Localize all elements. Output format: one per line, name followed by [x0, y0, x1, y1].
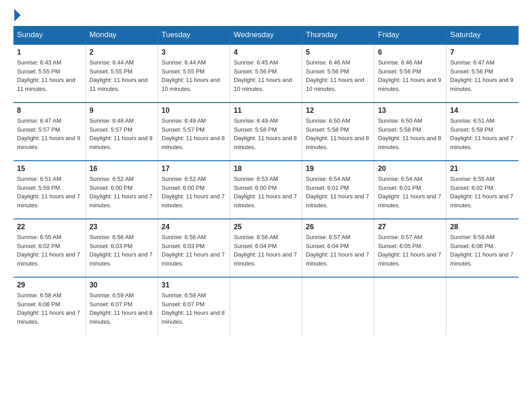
day-number: 12	[306, 107, 370, 115]
weekday-header-thursday: Thursday	[302, 26, 374, 44]
calendar-week-row: 1 Sunrise: 6:43 AMSunset: 5:55 PMDayligh…	[13, 44, 519, 103]
day-number: 16	[90, 165, 154, 173]
calendar-day-cell: 22 Sunrise: 6:55 AMSunset: 6:02 PMDaylig…	[13, 219, 86, 277]
calendar-day-cell: 6 Sunrise: 6:46 AMSunset: 5:56 PMDayligh…	[374, 44, 446, 103]
calendar-day-cell: 1 Sunrise: 6:43 AMSunset: 5:55 PMDayligh…	[13, 44, 86, 103]
day-number: 8	[17, 107, 82, 115]
day-info: Sunrise: 6:53 AMSunset: 6:00 PMDaylight:…	[234, 176, 297, 209]
calendar-day-cell	[374, 277, 446, 335]
day-info: Sunrise: 6:45 AMSunset: 5:56 PMDaylight:…	[234, 59, 292, 92]
calendar-day-cell: 8 Sunrise: 6:47 AMSunset: 5:57 PMDayligh…	[13, 103, 86, 161]
calendar-day-cell: 16 Sunrise: 6:52 AMSunset: 6:00 PMDaylig…	[86, 161, 158, 219]
day-number: 15	[17, 165, 82, 173]
weekday-header-wednesday: Wednesday	[230, 26, 302, 44]
day-number: 7	[450, 48, 515, 56]
calendar-week-row: 8 Sunrise: 6:47 AMSunset: 5:57 PMDayligh…	[13, 103, 519, 161]
day-number: 1	[17, 48, 82, 56]
calendar-day-cell: 23 Sunrise: 6:56 AMSunset: 6:03 PMDaylig…	[86, 219, 158, 277]
day-number: 3	[162, 48, 226, 56]
weekday-header-sunday: Sunday	[13, 26, 86, 44]
day-number: 4	[234, 48, 298, 56]
day-info: Sunrise: 6:56 AMSunset: 6:04 PMDaylight:…	[234, 234, 297, 267]
day-number: 31	[162, 281, 226, 289]
day-number: 2	[90, 48, 154, 56]
day-info: Sunrise: 6:44 AMSunset: 5:55 PMDaylight:…	[90, 59, 148, 92]
calendar-day-cell: 21 Sunrise: 6:55 AMSunset: 6:02 PMDaylig…	[446, 161, 519, 219]
day-info: Sunrise: 6:43 AMSunset: 5:55 PMDaylight:…	[17, 59, 75, 92]
day-info: Sunrise: 6:46 AMSunset: 5:56 PMDaylight:…	[306, 59, 364, 92]
day-info: Sunrise: 6:49 AMSunset: 5:58 PMDaylight:…	[234, 117, 297, 150]
day-number: 19	[306, 165, 370, 173]
day-number: 5	[306, 48, 370, 56]
day-info: Sunrise: 6:57 AMSunset: 6:04 PMDaylight:…	[306, 234, 369, 267]
weekday-header-tuesday: Tuesday	[158, 26, 230, 44]
day-info: Sunrise: 6:56 AMSunset: 6:03 PMDaylight:…	[162, 234, 225, 267]
day-info: Sunrise: 6:51 AMSunset: 5:59 PMDaylight:…	[450, 117, 513, 150]
calendar-day-cell: 10 Sunrise: 6:49 AMSunset: 5:57 PMDaylig…	[158, 103, 230, 161]
calendar-day-cell: 11 Sunrise: 6:49 AMSunset: 5:58 PMDaylig…	[230, 103, 302, 161]
day-info: Sunrise: 6:46 AMSunset: 5:56 PMDaylight:…	[378, 59, 441, 92]
day-number: 25	[234, 223, 298, 231]
calendar-week-row: 22 Sunrise: 6:55 AMSunset: 6:02 PMDaylig…	[13, 219, 519, 277]
day-number: 24	[162, 223, 226, 231]
weekday-header-monday: Monday	[86, 26, 158, 44]
day-info: Sunrise: 6:56 AMSunset: 6:03 PMDaylight:…	[90, 234, 153, 267]
calendar-day-cell	[230, 277, 302, 335]
day-number: 17	[162, 165, 226, 173]
day-info: Sunrise: 6:50 AMSunset: 5:58 PMDaylight:…	[306, 117, 369, 150]
day-number: 29	[17, 281, 82, 289]
day-number: 23	[90, 223, 154, 231]
day-number: 21	[450, 165, 515, 173]
weekday-header-friday: Friday	[374, 26, 446, 44]
day-info: Sunrise: 6:47 AMSunset: 5:57 PMDaylight:…	[17, 117, 80, 150]
day-info: Sunrise: 6:47 AMSunset: 5:56 PMDaylight:…	[450, 59, 513, 92]
calendar-day-cell: 26 Sunrise: 6:57 AMSunset: 6:04 PMDaylig…	[302, 219, 374, 277]
day-info: Sunrise: 6:55 AMSunset: 6:02 PMDaylight:…	[450, 176, 513, 209]
day-number: 27	[378, 223, 442, 231]
day-info: Sunrise: 6:57 AMSunset: 6:05 PMDaylight:…	[378, 234, 441, 267]
day-info: Sunrise: 6:58 AMSunset: 6:06 PMDaylight:…	[17, 292, 80, 325]
day-number: 22	[17, 223, 82, 231]
calendar-day-cell: 9 Sunrise: 6:48 AMSunset: 5:57 PMDayligh…	[86, 103, 158, 161]
calendar-day-cell	[446, 277, 519, 335]
calendar-day-cell: 5 Sunrise: 6:46 AMSunset: 5:56 PMDayligh…	[302, 44, 374, 103]
day-number: 6	[378, 48, 442, 56]
day-info: Sunrise: 6:44 AMSunset: 5:55 PMDaylight:…	[162, 59, 220, 92]
weekday-header-row: SundayMondayTuesdayWednesdayThursdayFrid…	[13, 26, 519, 44]
page-header	[13, 9, 519, 21]
day-info: Sunrise: 6:54 AMSunset: 6:01 PMDaylight:…	[378, 176, 441, 209]
calendar-day-cell: 15 Sunrise: 6:51 AMSunset: 5:59 PMDaylig…	[13, 161, 86, 219]
calendar-day-cell: 24 Sunrise: 6:56 AMSunset: 6:03 PMDaylig…	[158, 219, 230, 277]
logo-arrow-icon	[14, 9, 21, 21]
day-number: 13	[378, 107, 442, 115]
day-info: Sunrise: 6:48 AMSunset: 5:57 PMDaylight:…	[90, 117, 153, 150]
calendar-day-cell	[302, 277, 374, 335]
day-number: 18	[234, 165, 298, 173]
calendar-day-cell: 4 Sunrise: 6:45 AMSunset: 5:56 PMDayligh…	[230, 44, 302, 103]
calendar-week-row: 29 Sunrise: 6:58 AMSunset: 6:06 PMDaylig…	[13, 277, 519, 335]
calendar-table: SundayMondayTuesdayWednesdayThursdayFrid…	[13, 26, 519, 335]
calendar-day-cell: 3 Sunrise: 6:44 AMSunset: 5:55 PMDayligh…	[158, 44, 230, 103]
day-info: Sunrise: 6:50 AMSunset: 5:58 PMDaylight:…	[378, 117, 441, 150]
calendar-week-row: 15 Sunrise: 6:51 AMSunset: 5:59 PMDaylig…	[13, 161, 519, 219]
calendar-day-cell: 14 Sunrise: 6:51 AMSunset: 5:59 PMDaylig…	[446, 103, 519, 161]
day-info: Sunrise: 6:49 AMSunset: 5:57 PMDaylight:…	[162, 117, 225, 150]
day-info: Sunrise: 6:51 AMSunset: 5:59 PMDaylight:…	[17, 176, 80, 209]
day-info: Sunrise: 6:54 AMSunset: 6:01 PMDaylight:…	[306, 176, 369, 209]
calendar-day-cell: 13 Sunrise: 6:50 AMSunset: 5:58 PMDaylig…	[374, 103, 446, 161]
calendar-day-cell: 27 Sunrise: 6:57 AMSunset: 6:05 PMDaylig…	[374, 219, 446, 277]
calendar-day-cell: 20 Sunrise: 6:54 AMSunset: 6:01 PMDaylig…	[374, 161, 446, 219]
calendar-day-cell: 2 Sunrise: 6:44 AMSunset: 5:55 PMDayligh…	[86, 44, 158, 103]
calendar-day-cell: 7 Sunrise: 6:47 AMSunset: 5:56 PMDayligh…	[446, 44, 519, 103]
day-number: 20	[378, 165, 442, 173]
calendar-day-cell: 12 Sunrise: 6:50 AMSunset: 5:58 PMDaylig…	[302, 103, 374, 161]
day-number: 14	[450, 107, 515, 115]
day-number: 10	[162, 107, 226, 115]
calendar-day-cell: 31 Sunrise: 6:59 AMSunset: 6:07 PMDaylig…	[158, 277, 230, 335]
calendar-day-cell: 17 Sunrise: 6:52 AMSunset: 6:00 PMDaylig…	[158, 161, 230, 219]
day-number: 9	[90, 107, 154, 115]
day-number: 26	[306, 223, 370, 231]
day-info: Sunrise: 6:58 AMSunset: 6:06 PMDaylight:…	[450, 234, 513, 267]
calendar-day-cell: 29 Sunrise: 6:58 AMSunset: 6:06 PMDaylig…	[13, 277, 86, 335]
calendar-day-cell: 28 Sunrise: 6:58 AMSunset: 6:06 PMDaylig…	[446, 219, 519, 277]
